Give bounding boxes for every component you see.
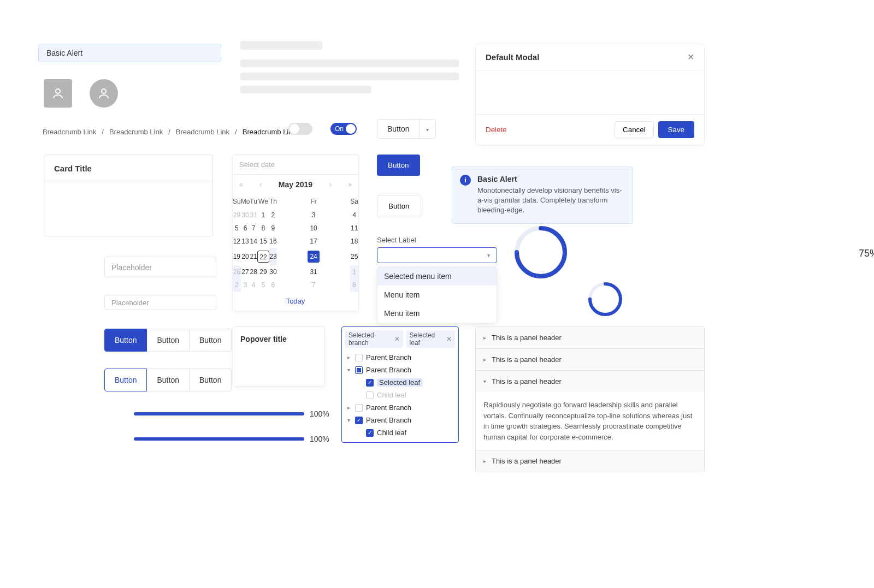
calendar-day[interactable]: 25 [350,248,358,265]
calendar-day[interactable]: 5 [233,222,241,235]
calendar-day[interactable]: 4 [350,209,358,222]
checkbox-checked[interactable]: ✓ [366,429,374,437]
calendar-day[interactable]: 3 [277,209,350,222]
calendar-day[interactable]: 22 [257,248,269,265]
primary-button[interactable]: Button [377,155,420,176]
tree-select[interactable]: Selected branch✕ Selected leaf✕ ▸Parent … [341,326,459,443]
progress-value: 75% [859,247,874,259]
checkbox-checked[interactable]: ✓ [366,379,374,387]
chevron-right-icon[interactable]: ▸ [345,354,352,360]
toggle-off[interactable] [288,123,312,135]
calendar-day[interactable]: 4 [250,278,257,292]
checkbox[interactable] [355,404,363,412]
calendar-day[interactable]: 20 [241,248,250,265]
calendar-day[interactable]: 29 [233,209,241,222]
calendar-day[interactable]: 1 [257,209,269,222]
segment-button[interactable]: Button [104,369,147,391]
calendar-day[interactable]: 29 [257,265,269,278]
cancel-button[interactable]: Cancel [615,121,654,138]
tree-node[interactable]: ✓Selected leaf [345,376,455,389]
chevron-down-icon[interactable]: ▾ [345,367,352,373]
calendar-day[interactable]: 6 [269,278,277,292]
breadcrumb-link[interactable]: Breadcrumb Link [109,128,163,136]
calendar-day[interactable]: 26 [233,265,241,278]
save-button[interactable]: Save [658,121,694,138]
calendar-day[interactable]: 7 [277,278,350,292]
accordion-header[interactable]: ▸This is a panel header [476,349,704,370]
calendar-day[interactable]: 6 [241,222,250,235]
segment-button[interactable]: Button [104,329,147,352]
calendar-day[interactable]: 3 [241,278,250,292]
next-month-icon[interactable]: › [329,181,332,188]
calendar-day[interactable]: 27 [241,265,250,278]
breadcrumb-link[interactable]: Breadcrumb Link [43,128,96,136]
select-option[interactable]: Selected menu item [377,267,497,286]
tree-node[interactable]: ▾Parent Branch [345,364,455,376]
split-button-main[interactable]: Button [377,119,420,139]
calendar-day[interactable]: 17 [277,235,350,248]
calendar-day[interactable]: 30 [269,265,277,278]
popover: Popover title [232,326,325,387]
breadcrumb-link[interactable]: Breadcrumb Link [176,128,229,136]
progress-bar: 100% [134,409,329,418]
calendar-day[interactable]: 8 [257,222,269,235]
checkbox-checked[interactable]: ✓ [355,417,363,424]
chevron-right-icon[interactable]: ▸ [345,405,352,411]
tree-node[interactable]: ▸Parent Branch [345,351,455,364]
toggle-on[interactable]: On [330,123,357,135]
text-input-large[interactable]: Placeholder [104,257,216,277]
calendar-day[interactable]: 11 [350,222,358,235]
calendar-day[interactable]: 10 [277,222,350,235]
close-icon[interactable]: ✕ [687,52,694,62]
calendar-day[interactable]: 7 [250,222,257,235]
progress-bar: 100% [134,435,329,443]
calendar-day[interactable]: 12 [233,235,241,248]
select-option[interactable]: Menu item [377,286,497,304]
tag-remove-icon[interactable]: ✕ [446,335,452,343]
checkbox-indeterminate[interactable] [355,366,363,374]
text-input-small[interactable]: Placeholder [104,295,216,310]
calendar-day[interactable]: 9 [269,222,277,235]
segment-button[interactable]: Button [147,369,189,391]
calendar-day[interactable]: 1 [350,265,358,278]
calendar-day[interactable]: 21 [250,248,257,265]
calendar-day[interactable]: 13 [241,235,250,248]
select-box[interactable]: ▾ [377,247,497,263]
tag-remove-icon[interactable]: ✕ [394,335,400,343]
tree-node[interactable]: ✓Child leaf [345,426,455,439]
calendar-day[interactable]: 23 [269,248,277,265]
calendar-day[interactable]: 2 [269,209,277,222]
accordion-header[interactable]: ▾This is a panel header [476,371,704,392]
calendar-day[interactable]: 18 [350,235,358,248]
calendar-day[interactable]: 31 [277,265,350,278]
calendar-day[interactable]: 28 [250,265,257,278]
calendar-day[interactable]: 2 [233,278,241,292]
calendar-day[interactable]: 24 [277,248,350,265]
ghost-button[interactable]: Button [377,195,421,217]
calendar-day[interactable]: 16 [269,235,277,248]
tree-node[interactable]: ▸Parent Branch [345,401,455,414]
accordion-header[interactable]: ▸This is a panel header [476,327,704,348]
calendar-day[interactable]: 15 [257,235,269,248]
date-input[interactable]: Select date [233,155,358,175]
segment-button[interactable]: Button [147,329,189,352]
checkbox[interactable] [355,354,363,361]
calendar-day[interactable]: 5 [257,278,269,292]
today-link[interactable]: Today [233,292,358,311]
calendar-day[interactable]: 31 [250,209,257,222]
calendar-day[interactable]: 30 [241,209,250,222]
prev-year-icon[interactable]: « [239,181,243,188]
calendar-day[interactable]: 19 [233,248,241,265]
segment-button[interactable]: Button [190,369,232,391]
calendar-day[interactable]: 8 [350,278,358,292]
select-option[interactable]: Menu item [377,304,497,323]
chevron-down-icon[interactable]: ▾ [345,417,352,423]
prev-month-icon[interactable]: ‹ [259,181,262,188]
segment-button[interactable]: Button [190,329,232,352]
accordion-header[interactable]: ▸This is a panel header [476,450,704,472]
calendar-day[interactable]: 14 [250,235,257,248]
delete-button[interactable]: Delete [486,126,507,134]
tree-node[interactable]: ▾✓Parent Branch [345,414,455,426]
split-button-caret[interactable]: ▾ [420,119,436,139]
next-year-icon[interactable]: » [348,181,352,188]
